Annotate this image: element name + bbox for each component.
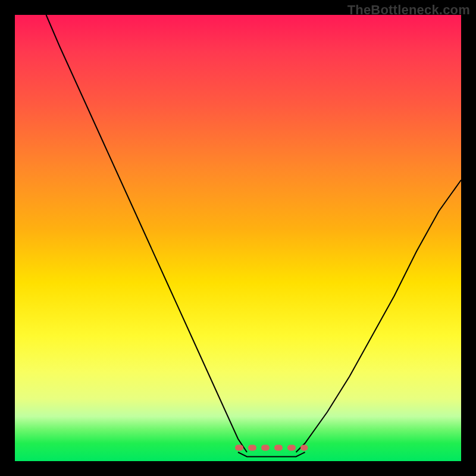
left-branch-line — [46, 15, 248, 452]
chart-frame: TheBottleneck.com — [0, 0, 476, 476]
flat-bottom-line — [238, 452, 305, 457]
watermark-text: TheBottleneck.com — [347, 2, 470, 18]
right-branch-line — [296, 180, 462, 453]
chart-svg — [15, 15, 461, 461]
